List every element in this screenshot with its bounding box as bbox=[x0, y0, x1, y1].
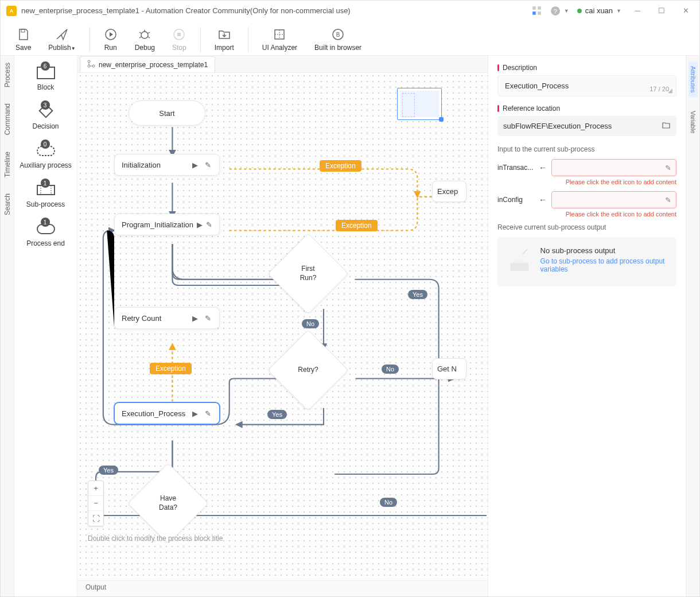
maximize-button[interactable]: ☐ bbox=[654, 3, 670, 19]
close-button[interactable]: ✕ bbox=[678, 3, 694, 19]
browser-button[interactable]: B Built in browser bbox=[308, 25, 368, 54]
edit-icon[interactable]: ✎ bbox=[206, 220, 212, 229]
tab-process[interactable]: Process bbox=[3, 60, 11, 90]
zoom-fit-button[interactable]: ⛶ bbox=[88, 511, 103, 526]
tab-variable[interactable]: Variable bbox=[689, 106, 698, 138]
resize-handle-icon[interactable]: ◢ bbox=[668, 87, 672, 94]
tab-command[interactable]: Command bbox=[3, 101, 11, 137]
node-get-next[interactable]: Get N bbox=[432, 358, 466, 379]
publish-button[interactable]: Publish▼ bbox=[41, 25, 82, 54]
tab-file[interactable]: new_enterprise_process_template1 bbox=[80, 56, 215, 72]
input-field-config[interactable]: ✎ bbox=[551, 191, 676, 208]
zoom-out-button[interactable]: − bbox=[88, 496, 103, 511]
node-exception-block[interactable]: Excep bbox=[432, 181, 466, 202]
no-badge: No bbox=[380, 498, 397, 507]
exception-label: Exception bbox=[320, 160, 361, 172]
palette-decision[interactable]: 3 Decision bbox=[14, 99, 77, 134]
right-strip: Attributes Variable bbox=[686, 56, 699, 596]
user-name: cai xuan bbox=[585, 6, 613, 15]
run-button[interactable]: Run bbox=[97, 25, 125, 54]
input-error: Please click the edit icon to add conten… bbox=[497, 211, 676, 218]
node-first-run[interactable]: First Run? bbox=[279, 245, 337, 303]
help-dropdown-icon[interactable]: ▼ bbox=[564, 8, 569, 14]
arrow-left-icon: ← bbox=[539, 163, 547, 172]
palette-auxiliary[interactable]: 0 Auxiliary process bbox=[14, 138, 77, 173]
zoom-controls: + − ⛶ bbox=[88, 480, 104, 526]
description-field[interactable]: Execution_Process 17 / 20 ◢ bbox=[497, 75, 676, 96]
input-error: Please click the edit icon to add conten… bbox=[497, 179, 676, 185]
play-icon[interactable]: ▶ bbox=[190, 409, 200, 418]
tab-attributes[interactable]: Attributes bbox=[689, 61, 698, 97]
tab-search[interactable]: Search bbox=[3, 191, 11, 218]
add-output-link[interactable]: Go to sub-process to add process output … bbox=[540, 257, 667, 273]
node-have-data[interactable]: Have Data? bbox=[139, 475, 197, 532]
play-icon[interactable]: ▶ bbox=[190, 313, 200, 323]
edit-icon[interactable]: ✎ bbox=[203, 409, 212, 418]
node-retry[interactable]: Retry? bbox=[279, 342, 337, 399]
edit-icon[interactable]: ✎ bbox=[203, 160, 212, 169]
palette-end[interactable]: 1 Process end bbox=[14, 216, 77, 251]
input-row-config: inConfig ← ✎ bbox=[497, 191, 676, 208]
node-initialization[interactable]: Initialization ▶ ✎ bbox=[114, 154, 220, 176]
reference-label: Reference location bbox=[503, 104, 560, 113]
chevron-down-icon: ▼ bbox=[71, 46, 76, 51]
apps-icon[interactable] bbox=[532, 6, 542, 16]
svg-point-8 bbox=[141, 32, 148, 38]
edit-icon[interactable]: ✎ bbox=[665, 164, 671, 172]
svg-rect-10 bbox=[177, 33, 181, 36]
node-execution-process[interactable]: Execution_Process ▶ ✎ bbox=[114, 402, 220, 424]
folder-icon[interactable] bbox=[662, 121, 671, 131]
no-badge: No bbox=[302, 319, 319, 328]
empty-box-icon bbox=[507, 246, 532, 277]
play-icon[interactable]: ▶ bbox=[197, 220, 203, 229]
edit-icon[interactable]: ✎ bbox=[203, 313, 212, 323]
input-section-title: Input to the current sub-process bbox=[497, 145, 676, 153]
tab-timeline[interactable]: Timeline bbox=[3, 149, 11, 180]
chevron-down-icon: ▼ bbox=[616, 8, 621, 14]
import-button[interactable]: Import bbox=[208, 25, 241, 54]
palette-subprocess[interactable]: 1 Sub-process bbox=[14, 177, 77, 212]
debug-button[interactable]: Debug bbox=[128, 25, 162, 54]
description-label: Description bbox=[503, 64, 537, 72]
svg-point-23 bbox=[88, 65, 90, 67]
titlebar: A new_enterprise_process_template1 - Aut… bbox=[1, 1, 699, 21]
reference-field[interactable]: subFlowREF\Execution_Process bbox=[497, 116, 676, 136]
svg-text:B: B bbox=[336, 32, 340, 38]
svg-rect-3 bbox=[538, 11, 541, 15]
palette: 6 Block 3 Decision 0 Auxiliary process 1… bbox=[14, 56, 77, 596]
save-button[interactable]: Save bbox=[9, 25, 38, 54]
svg-point-22 bbox=[92, 65, 95, 67]
status-dot-icon bbox=[577, 9, 582, 13]
arrow-left-icon: ← bbox=[539, 195, 547, 204]
minimap[interactable] bbox=[397, 88, 442, 120]
palette-block[interactable]: 6 Block bbox=[14, 60, 77, 95]
yes-badge: Yes bbox=[267, 410, 287, 419]
output-bar[interactable]: Output bbox=[77, 580, 488, 596]
no-badge: No bbox=[382, 365, 399, 374]
node-start[interactable]: Start bbox=[129, 100, 205, 126]
output-section-title: Receive current sub-process output bbox=[497, 223, 676, 231]
flow-icon bbox=[87, 60, 95, 69]
node-program-init[interactable]: Program_Initialization ▶ ✎ bbox=[114, 214, 220, 235]
minimize-button[interactable]: ─ bbox=[629, 3, 645, 19]
stop-button: Stop bbox=[165, 25, 193, 54]
left-strip: Process Command Timeline Search bbox=[1, 56, 14, 596]
input-field-transaction[interactable]: ✎ bbox=[551, 159, 676, 176]
char-count: 17 / 20 bbox=[650, 86, 669, 92]
yes-badge: Yes bbox=[408, 290, 427, 299]
svg-rect-2 bbox=[532, 11, 536, 15]
yes-badge: Yes bbox=[99, 466, 118, 475]
tab-bar: new_enterprise_process_template1 bbox=[77, 56, 488, 73]
zoom-in-button[interactable]: + bbox=[88, 481, 103, 496]
user-menu[interactable]: cai xuan ▼ bbox=[577, 6, 621, 15]
help-icon[interactable]: ? bbox=[550, 6, 561, 16]
exception-label: Exception bbox=[150, 363, 192, 374]
node-retry-count[interactable]: Retry Count ▶ ✎ bbox=[114, 307, 220, 329]
play-icon[interactable]: ▶ bbox=[190, 160, 200, 169]
edit-icon[interactable]: ✎ bbox=[665, 196, 671, 204]
window-title: new_enterprise_process_template1 - Autom… bbox=[21, 6, 532, 15]
toolbar: Save Publish▼ Run Debug Stop Import UI A… bbox=[1, 21, 699, 56]
input-row-transaction: inTransac... ← ✎ bbox=[497, 159, 676, 176]
flow-canvas[interactable]: Start Initialization ▶ ✎ Program_Initial… bbox=[77, 73, 488, 580]
ui-analyzer-button[interactable]: UI Analyzer bbox=[255, 25, 304, 54]
